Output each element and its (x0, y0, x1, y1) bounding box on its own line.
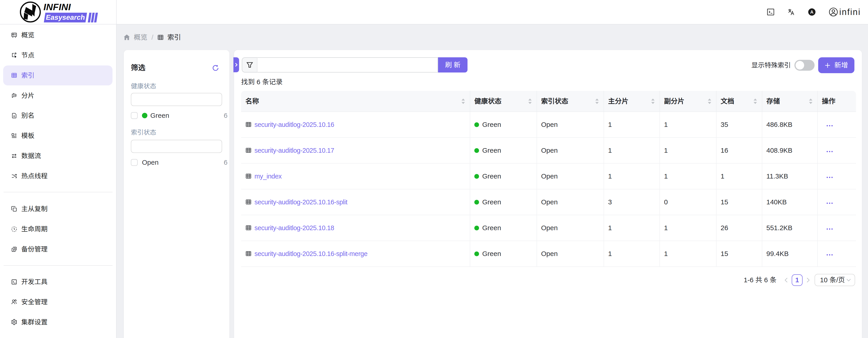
svg-text:A: A (810, 9, 813, 15)
